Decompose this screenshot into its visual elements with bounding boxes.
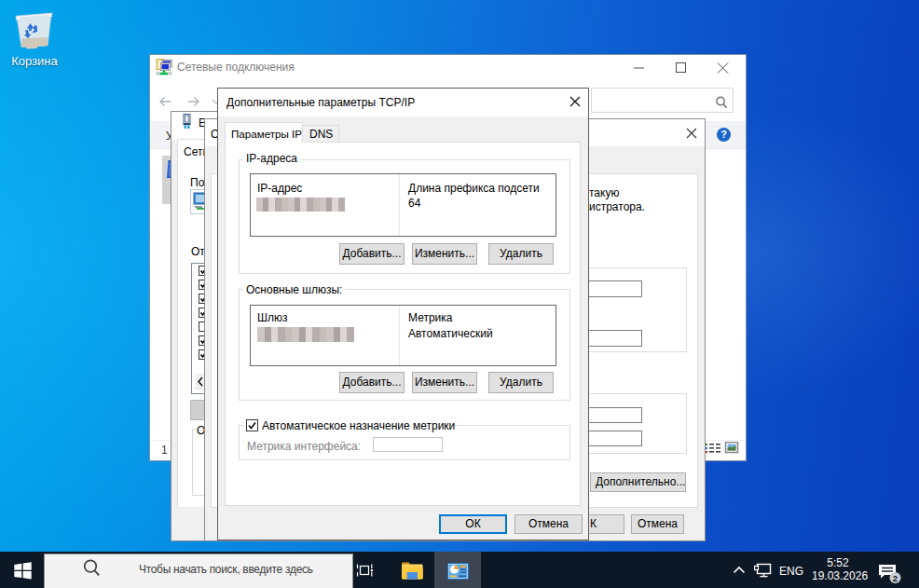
svg-text:2: 2	[893, 573, 898, 583]
